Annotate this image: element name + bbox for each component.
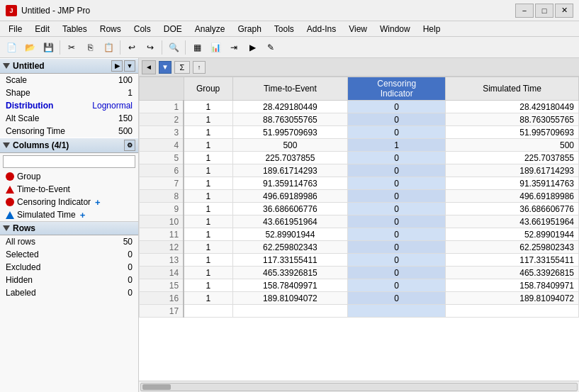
labeled-value: 0 [128, 288, 133, 298]
cell-group: 1 [184, 113, 232, 126]
prop-scale: Scale 100 [0, 74, 138, 86]
selected-label: Selected [6, 250, 62, 259]
rows-label: Rows [13, 223, 35, 233]
paste-button[interactable]: 📋 [100, 39, 117, 56]
col-item-censoring[interactable]: Censoring Indicator + [0, 196, 138, 208]
menu-item-tools[interactable]: Tools [269, 22, 300, 36]
nav-left-button[interactable]: ◄ [142, 60, 156, 74]
cell-simtime: 51.995709693 [446, 126, 579, 139]
copy-button[interactable]: ⎘ [81, 39, 99, 56]
col-header-rownum [140, 77, 184, 101]
cell-censoring: 0 [348, 228, 446, 241]
allrows-label: All rows [6, 237, 62, 247]
cell-group: 1 [184, 215, 232, 228]
rows-selected: Selected 0 [0, 248, 138, 261]
table-row: 17 [140, 305, 579, 318]
col-header-group[interactable]: Group [184, 77, 232, 101]
table-row: 151158.784099710158.78409971 [140, 279, 579, 292]
col-header-tte[interactable]: Time-to-Event [232, 77, 348, 101]
cell-group: 1 [184, 101, 232, 113]
col-header-censoring[interactable]: CensoringIndicator [348, 77, 446, 101]
cell-simtime: 465.33926815 [446, 267, 579, 279]
table-row: 415001500 [140, 139, 579, 152]
censoring-time-label: Censoring Time [6, 126, 65, 136]
col-header-simtime[interactable]: Simulated Time [446, 77, 579, 101]
altscale-label: Alt Scale [6, 113, 39, 123]
horizontal-scrollbar[interactable] [139, 381, 579, 392]
cell-tte: 496.69189986 [232, 190, 348, 203]
cell-censoring: 0 [348, 203, 446, 215]
menu-item-window[interactable]: Window [374, 22, 416, 36]
run-btn[interactable]: ▶ [244, 39, 261, 56]
menu-item-doe[interactable]: DOE [158, 22, 188, 36]
excluded-label: Excluded [6, 262, 62, 272]
menu-item-edit[interactable]: Edit [29, 22, 55, 36]
menu-item-analyze[interactable]: Analyze [189, 22, 231, 36]
menu-item-view[interactable]: View [343, 22, 373, 36]
sort-button[interactable]: ↑ [193, 61, 206, 74]
cell-tte: 88.763055765 [232, 113, 348, 126]
columns-section-header[interactable]: Columns (4/1) ⚙ [0, 138, 138, 153]
cell-rownum: 12 [140, 241, 184, 254]
menu-item-help[interactable]: Help [417, 22, 446, 36]
chart-btn[interactable]: 📊 [207, 39, 224, 56]
new-button[interactable]: 📄 [3, 39, 20, 56]
menu-item-tables[interactable]: Tables [57, 22, 93, 36]
data-table-container[interactable]: Group Time-to-Event CensoringIndicator S… [139, 77, 579, 381]
cell-rownum: 1 [140, 101, 184, 113]
censoring-time-value: 500 [118, 126, 133, 136]
menu-item-rows[interactable]: Rows [94, 22, 127, 36]
cell-censoring [348, 305, 446, 318]
scale-label: Scale [6, 75, 27, 85]
cell-simtime: 62.259802343 [446, 241, 579, 254]
cut-button[interactable]: ✂ [63, 39, 80, 56]
scrollbar-track[interactable] [140, 383, 578, 391]
columns-search[interactable] [3, 155, 135, 168]
title-bar: J Untitled - JMP Pro − □ ✕ [0, 0, 579, 21]
columns-settings[interactable]: ⚙ [124, 140, 135, 151]
menu-item-add-ins[interactable]: Add-Ins [301, 22, 342, 36]
menu-item-cols[interactable]: Cols [128, 22, 157, 36]
redo-button[interactable]: ↪ [142, 39, 159, 56]
cell-censoring: 0 [348, 113, 446, 126]
untitled-nav-right[interactable]: ▶ [111, 60, 123, 72]
col-item-tte[interactable]: Time-to-Event [0, 183, 138, 196]
scrollbar-thumb[interactable] [142, 384, 171, 390]
cell-group: 1 [184, 241, 232, 254]
rows-allrows: All rows 50 [0, 235, 138, 248]
open-button[interactable]: 📂 [21, 39, 38, 56]
untitled-section-header[interactable]: Untitled ▶ ▼ [0, 58, 138, 74]
left-panel: Untitled ▶ ▼ Scale 100 Shape 1 Distribut… [0, 58, 139, 392]
menu-item-file[interactable]: File [3, 22, 28, 36]
minimize-button[interactable]: − [515, 4, 534, 18]
save-button[interactable]: 💾 [40, 39, 57, 56]
table-row: 81496.691899860496.69189986 [140, 190, 579, 203]
search-button[interactable]: 🔍 [165, 39, 182, 56]
filter-dropdown-button[interactable]: ▼ [159, 61, 172, 74]
cell-rownum: 8 [140, 190, 184, 203]
table-row: 7191.359114763091.359114763 [140, 177, 579, 190]
group-icon [6, 172, 14, 181]
script-btn[interactable]: ✎ [262, 39, 279, 56]
menu-item-graph[interactable]: Graph [232, 22, 266, 36]
cell-tte: 91.359114763 [232, 177, 348, 190]
cell-censoring: 0 [348, 292, 446, 305]
cell-simtime: 189.61714293 [446, 164, 579, 177]
untitled-menu[interactable]: ▼ [124, 60, 135, 72]
close-button[interactable]: ✕ [555, 4, 573, 18]
col-item-simtime[interactable]: Simulated Time + [0, 208, 138, 221]
cell-censoring: 0 [348, 254, 446, 267]
window-controls[interactable]: − □ ✕ [515, 4, 573, 18]
cell-tte: 43.661951964 [232, 215, 348, 228]
table-btn[interactable]: ▦ [189, 39, 206, 56]
cell-censoring: 0 [348, 101, 446, 113]
menu-bar: FileEditTablesRowsColsDOEAnalyzeGraphToo… [0, 21, 579, 37]
rows-section-header[interactable]: Rows [0, 221, 138, 235]
export-btn[interactable]: ⇥ [225, 39, 242, 56]
maximize-button[interactable]: □ [535, 4, 553, 18]
sigma-button[interactable]: Σ [174, 61, 190, 74]
excluded-value: 0 [128, 262, 133, 272]
col-item-group[interactable]: Group [0, 170, 138, 183]
undo-button[interactable]: ↩ [123, 39, 140, 56]
hidden-value: 0 [128, 275, 133, 285]
